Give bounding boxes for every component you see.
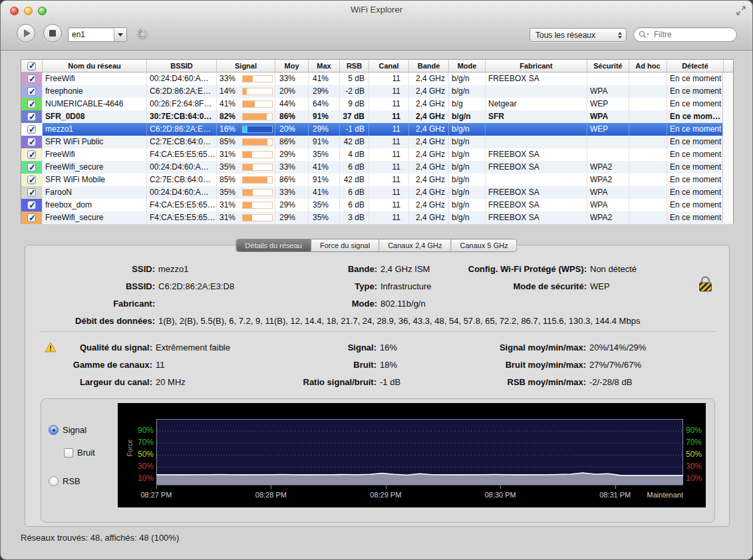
signal-bar-fill — [243, 114, 267, 120]
table-row[interactable]: ✓FarooN00:24:D4:60:A…35%33%41%6 dB112,4 … — [21, 186, 733, 199]
table-row[interactable]: ✓freebox_domF4:CA:E5:E5:65…31%29%35%6 dB… — [21, 199, 733, 211]
signal-bar — [242, 189, 273, 196]
cell-bande: 2,4 GHz — [409, 174, 449, 186]
stop-icon — [49, 30, 56, 37]
scan-stop-button[interactable] — [43, 24, 62, 43]
detail-row: Fabricant: — [41, 295, 234, 312]
combobox-dropdown-button[interactable] — [114, 28, 126, 41]
cell-canal: 11 — [369, 98, 409, 110]
cell-adhoc — [629, 211, 667, 224]
cell-securite: WPA2 — [587, 211, 629, 224]
table-row[interactable]: ✓SFR WiFi MobileC2:7E:CB:64:0…85%86%91%4… — [21, 174, 733, 186]
column-header-bssid[interactable]: BSSID — [147, 60, 217, 72]
table-row[interactable]: ✓SFR_0D0830:7E:CB:64:0…82%86%91%37 dB112… — [21, 110, 733, 123]
bruit-checkbox-row[interactable]: Bruit — [64, 448, 95, 458]
quality-label: Qualité du signal: — [59, 343, 152, 352]
row-checkbox[interactable]: ✓ — [27, 150, 36, 159]
cell-detecte: En ce moment — [667, 98, 724, 110]
table-row[interactable]: ✓SFR WiFi PublicC2:7E:CB:64:0…85%86%91%4… — [21, 136, 733, 148]
table-row[interactable]: ✓NUMERICABLE-464600:26:F2:64:8F…41%44%64… — [21, 98, 733, 110]
detail-label: Type: — [227, 281, 377, 291]
cell-moy: 33% — [275, 72, 309, 85]
signal-radio-row[interactable]: Signal — [49, 425, 86, 435]
select-all-checkbox[interactable]: ✓ — [27, 62, 36, 70]
signal-radio[interactable] — [49, 425, 59, 435]
signal-bar — [242, 176, 273, 184]
chart-plot-area — [156, 419, 683, 486]
tab-d-tails-du-r-seau[interactable]: Détails du réseau — [235, 239, 311, 252]
cell-bssid: C6:2D:86:2A:E… — [147, 85, 217, 98]
tab-canaux-2-4-ghz[interactable]: Canaux 2,4 GHz — [379, 239, 451, 252]
column-header-signal[interactable]: Signal — [217, 60, 275, 72]
cell-canal: 11 — [369, 186, 409, 199]
cell-mode: b/g/n — [449, 85, 486, 98]
cell-signal: 31% — [217, 148, 275, 161]
column-header-d-tect-[interactable]: Détecté — [667, 60, 724, 72]
row-checkbox[interactable]: ✓ — [27, 176, 36, 184]
table-row[interactable]: ✓FreeWifi_secureF4:CA:E5:E5:65…31%29%35%… — [21, 211, 733, 224]
row-color-swatch: ✓ — [21, 123, 43, 136]
column-header-moy[interactable]: Moy — [275, 60, 309, 72]
table-row[interactable]: ✓FreeWifi_secure00:24:D4:60:A…35%33%41%6… — [21, 161, 733, 174]
rsb-radio-row[interactable]: RSB — [49, 476, 80, 486]
column-header-canal[interactable]: Canal — [369, 60, 409, 72]
filter-search-field[interactable] — [633, 27, 737, 42]
column-header-max[interactable]: Max — [309, 60, 340, 72]
detail-label: SSID: — [41, 264, 155, 274]
column-header-fabricant[interactable]: Fabricant — [486, 60, 587, 72]
table-row[interactable]: ✓mezzo1C6:2D:86:2A:E…16%20%29%-1 dB112,4… — [21, 123, 733, 136]
bruit-checkbox[interactable] — [64, 448, 73, 458]
row-checkbox[interactable]: ✓ — [27, 112, 36, 121]
cell-max: 41% — [309, 161, 340, 174]
signal-percent: 31% — [220, 211, 239, 224]
signal-bar-fill — [243, 88, 247, 94]
column-header-bande[interactable]: Bande — [409, 60, 449, 72]
interface-combobox[interactable]: en1 — [68, 27, 127, 42]
detail-row: Config. Wi-Fi Protégé (WPS):Non détecté — [400, 260, 637, 277]
column-header-nom-du-r-seau[interactable]: Nom du réseau — [43, 60, 147, 72]
row-checkbox[interactable]: ✓ — [27, 87, 36, 96]
table-row[interactable]: ✓FreeWifiF4:CA:E5:E5:65…31%29%35%4 dB112… — [21, 148, 733, 161]
signal-percent: 31% — [220, 148, 239, 161]
row-checkbox[interactable]: ✓ — [27, 163, 36, 172]
check-icon: ✓ — [29, 123, 36, 136]
cell-mode: b/g/n — [449, 123, 486, 136]
cell-securite: WPA — [587, 85, 629, 98]
quality-value: 16% — [380, 343, 397, 352]
cell-moy: 29% — [275, 199, 309, 211]
row-checkbox[interactable]: ✓ — [27, 125, 36, 134]
data-rates-value: 1(B), 2(B), 5.5(B), 6, 7.2, 9, 11(B), 12… — [158, 316, 640, 326]
rsb-radio[interactable] — [49, 476, 59, 486]
signal-bar-fill — [243, 215, 252, 221]
column-header-mode[interactable]: Mode — [449, 60, 486, 72]
column-header-rsb[interactable]: RSB — [340, 60, 369, 72]
fullscreen-icon[interactable] — [736, 6, 746, 15]
status-bar-text: Réseaux trouvés: 48, affichés: 48 (100%) — [21, 533, 179, 543]
cell-bande: 2,4 GHz — [409, 211, 449, 224]
table-row[interactable]: ✓FreeWifi00:24:D4:60:A…33%33%41%5 dB112,… — [21, 72, 733, 85]
cell-bssid: F4:CA:E5:E5:65… — [147, 148, 217, 161]
row-checkbox[interactable]: ✓ — [27, 201, 36, 210]
row-checkbox[interactable]: ✓ — [27, 100, 36, 108]
row-checkbox[interactable]: ✓ — [27, 188, 36, 197]
quality-label: Bruit: — [260, 360, 376, 370]
scan-start-button[interactable] — [17, 24, 35, 43]
cell-mode: b/g — [449, 98, 486, 110]
filter-input[interactable] — [653, 29, 719, 40]
select-all-column-header[interactable]: ✓ — [21, 60, 43, 72]
row-checkbox[interactable]: ✓ — [27, 138, 36, 146]
signal-percent: 35% — [220, 161, 239, 174]
network-table-body: ✓FreeWifi00:24:D4:60:A…33%33%41%5 dB112,… — [21, 72, 733, 224]
network-scope-popup[interactable]: Tous les réseaux — [529, 28, 627, 42]
tab-force-du-signal[interactable]: Force du signal — [311, 239, 379, 252]
column-header-s-curit-[interactable]: Sécurité — [587, 60, 629, 72]
row-checkbox[interactable]: ✓ — [27, 74, 36, 83]
table-row[interactable]: ✓freephonieC6:2D:86:2A:E…14%20%29%-2 dB1… — [21, 85, 733, 98]
column-header-ad-hoc[interactable]: Ad hoc — [629, 60, 667, 72]
row-checkbox[interactable]: ✓ — [27, 213, 36, 222]
cell-detecte: En ce moment — [667, 199, 724, 211]
quality-value: -2/-28/8 dB — [589, 377, 632, 387]
tab-canaux-5-ghz[interactable]: Canaux 5 GHz — [452, 239, 518, 252]
table-scrollbar[interactable] — [722, 72, 733, 223]
cell-detecte: En ce moment — [667, 123, 724, 136]
